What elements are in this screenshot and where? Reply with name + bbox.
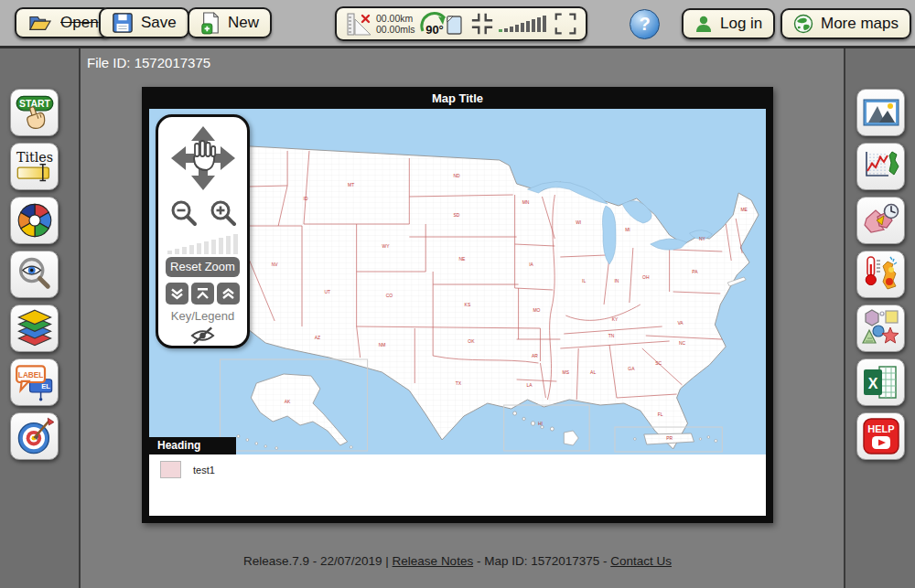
pan-left-arrow[interactable] — [171, 146, 194, 170]
fullscreen-icon[interactable] — [554, 13, 576, 35]
double-chevron-up-icon — [221, 287, 235, 300]
legend-dock-top-button[interactable] — [191, 283, 214, 305]
image-tool-button[interactable] — [856, 89, 905, 136]
svg-text:GA: GA — [628, 366, 635, 371]
excel-icon: X — [861, 362, 901, 402]
svg-text:AK: AK — [285, 399, 291, 404]
more-maps-button[interactable]: More maps — [780, 8, 911, 39]
svg-text:TN: TN — [608, 333, 615, 338]
release-notes-link[interactable]: Release Notes — [393, 554, 474, 568]
measure-group[interactable]: 00.00km 00.00mls — [346, 11, 415, 37]
map-title: Map Title — [149, 90, 766, 108]
start-tool-button[interactable]: START — [10, 89, 59, 136]
svg-text:ND: ND — [453, 173, 460, 178]
svg-text:NE: NE — [459, 256, 467, 262]
svg-text:SD: SD — [454, 212, 460, 218]
svg-text:Titles: Titles — [16, 150, 52, 165]
rotate-90-icon: 90° — [419, 9, 467, 38]
hide-legend-eye-icon[interactable] — [190, 326, 215, 346]
svg-text:FL: FL — [658, 412, 663, 417]
svg-text:MO: MO — [533, 307, 540, 313]
measure-ruler-icon — [346, 11, 371, 37]
svg-text:PA: PA — [692, 269, 698, 274]
chart-map-tool-button[interactable] — [856, 143, 905, 190]
svg-text:WY: WY — [382, 243, 390, 249]
svg-text:X: X — [867, 376, 877, 391]
key-legend-label: Key/Legend — [158, 309, 247, 323]
save-floppy-icon — [112, 12, 134, 34]
svg-text:IN: IN — [614, 278, 619, 283]
svg-text:START: START — [18, 99, 50, 109]
image-icon — [861, 92, 901, 133]
svg-text:IL: IL — [582, 278, 586, 283]
help-label: ? — [639, 14, 650, 35]
svg-text:MI: MI — [625, 227, 630, 232]
contact-us-link[interactable]: Contact Us — [610, 554, 672, 568]
login-label: Log in — [720, 15, 762, 33]
zoom-in-button[interactable] — [210, 199, 237, 227]
zoom-level-indicator — [167, 232, 240, 254]
time-map-tool-button[interactable] — [856, 197, 905, 244]
svg-text:OK: OK — [468, 338, 475, 344]
preview-tool-button[interactable] — [10, 251, 59, 298]
color-wheel-icon — [15, 200, 55, 241]
svg-text:SC: SC — [655, 360, 662, 366]
hawaii-inset — [504, 405, 589, 451]
time-map-icon — [861, 200, 901, 241]
legend-heading-tab: Heading — [149, 437, 236, 454]
labels-tool-button[interactable]: EL LABEL — [10, 358, 59, 406]
map-canvas[interactable]: WAORCANVIDMTWYUTAZCONMNDSDNEKSOKTXMNIAMO… — [149, 109, 766, 454]
legend-move-down-button[interactable] — [166, 283, 188, 305]
new-button[interactable]: New — [188, 7, 272, 38]
zoom-out-button[interactable] — [170, 199, 198, 227]
legend-move-up-button[interactable] — [217, 283, 240, 305]
distance-km: 00.00km — [376, 13, 415, 24]
titles-tool-button[interactable]: Titles — [10, 143, 59, 190]
globe-icon — [793, 14, 813, 34]
svg-text:AZ: AZ — [315, 335, 320, 340]
svg-text:NY: NY — [699, 236, 706, 241]
help-video-icon: HELP — [861, 416, 901, 456]
new-page-icon — [200, 11, 221, 35]
svg-text:HI: HI — [538, 421, 543, 426]
reset-zoom-button[interactable]: Reset Zoom — [166, 257, 240, 277]
thermometer-heatmap-icon — [861, 254, 901, 294]
svg-text:AR: AR — [532, 353, 538, 358]
excel-tool-button[interactable]: X — [856, 358, 905, 406]
titles-icon: Titles — [15, 146, 55, 187]
center-map-icon[interactable] — [470, 12, 494, 36]
eye-magnifier-icon — [15, 254, 55, 294]
svg-text:LA: LA — [527, 382, 533, 388]
save-button[interactable]: Save — [99, 7, 189, 38]
svg-text:LABEL: LABEL — [17, 371, 43, 380]
map-id-text: - Map ID: 1572017375 - — [473, 554, 610, 568]
svg-text:ME: ME — [740, 207, 748, 212]
help-button[interactable]: ? — [630, 9, 660, 39]
legend-area: test1 — [149, 454, 766, 516]
svg-text:AL: AL — [590, 369, 596, 375]
open-button[interactable]: Open — [15, 7, 112, 38]
double-chevron-down-icon — [170, 287, 184, 300]
legend-item: test1 — [160, 461, 215, 478]
top-toolbar: Open Save New — [0, 0, 915, 48]
zoom-level-bars-icon — [498, 14, 551, 34]
help-videos-tool-button[interactable]: HELP — [856, 412, 905, 460]
shapes-tool-button[interactable] — [856, 305, 905, 352]
svg-text:90°: 90° — [425, 23, 444, 37]
open-folder-icon — [27, 12, 53, 34]
target-tool-button[interactable] — [10, 412, 59, 460]
file-id-text: File ID: 1572017375 — [87, 55, 210, 70]
login-button[interactable]: Log in — [682, 8, 775, 39]
new-label: New — [228, 14, 259, 32]
layers-tool-button[interactable] — [10, 305, 59, 352]
colors-tool-button[interactable] — [10, 197, 59, 244]
legend-swatch[interactable] — [160, 461, 181, 478]
pan-down-arrow[interactable] — [191, 167, 215, 190]
distance-readout: 00.00km 00.00mls — [376, 13, 415, 35]
pan-cluster[interactable] — [169, 124, 237, 192]
heatmap-tool-button[interactable] — [856, 251, 905, 298]
start-hand-icon: START — [15, 92, 55, 133]
rotate-orientation-group[interactable]: 90° — [419, 9, 467, 38]
layers-icon — [15, 308, 55, 348]
svg-text:MS: MS — [563, 369, 570, 375]
